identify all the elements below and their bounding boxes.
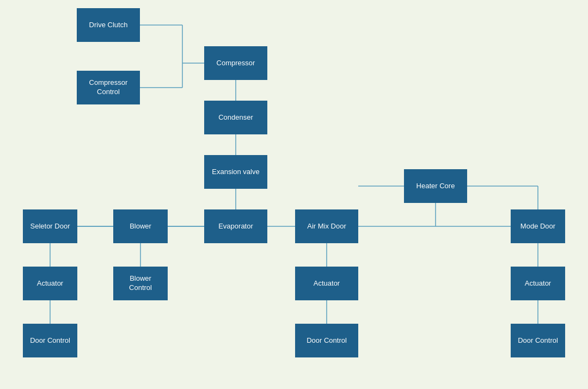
air-mix-door-node: Air Mix Door	[295, 209, 358, 243]
evaporator-node: Evaporator	[204, 209, 267, 243]
door-control-mid-node: Door Control	[295, 324, 358, 357]
actuator-mid-node: Actuator	[295, 267, 358, 300]
door-control-left-node: Door Control	[23, 324, 77, 357]
actuator-left-node: Actuator	[23, 267, 77, 300]
expansion-valve-node: Exansion valve	[204, 155, 267, 189]
blower-node: Blower	[113, 209, 168, 243]
door-control-right-node: Door Control	[511, 324, 565, 357]
actuator-right-node: Actuator	[511, 267, 565, 300]
drive-clutch-node: Drive Clutch	[77, 8, 140, 42]
compressor-control-node: Compressor Control	[77, 71, 140, 104]
diagram: Drive Clutch Compressor Control Compress…	[0, 0, 588, 389]
selector-door-node: Seletor Door	[23, 209, 77, 243]
compressor-node: Compressor	[204, 46, 267, 80]
mode-door-node: Mode Door	[511, 209, 565, 243]
condenser-node: Condenser	[204, 101, 267, 134]
blower-control-node: Blower Control	[113, 267, 168, 300]
heater-core-node: Heater Core	[404, 169, 467, 203]
